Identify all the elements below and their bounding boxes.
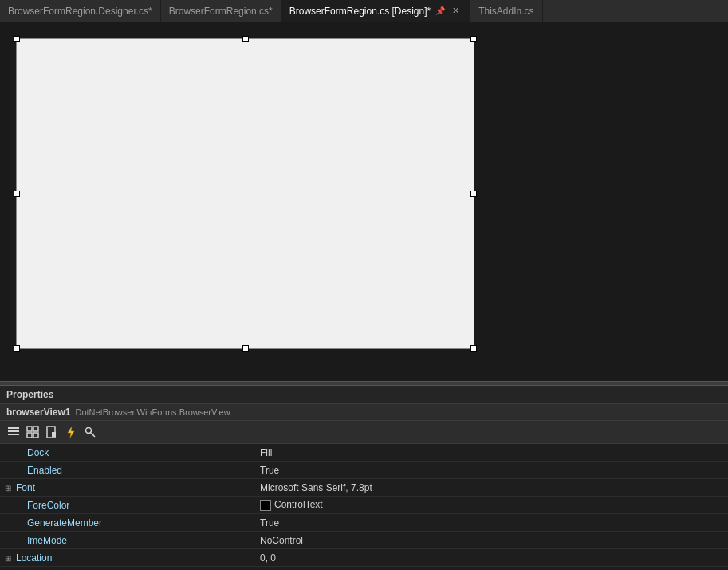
prop-name: ⊞Location: [0, 552, 255, 564]
object-type: DotNetBrowser.WinForms.BrowserView: [75, 407, 230, 417]
tab-bar: BrowserFormRegion.Designer.cs*BrowserFor…: [0, 0, 728, 22]
properties-page-icon[interactable]: [43, 423, 61, 441]
handle-top-right[interactable]: [470, 36, 477, 42]
handle-bottom-left[interactable]: [14, 345, 20, 352]
svg-rect-6: [33, 433, 38, 438]
prop-value: Microsoft Sans Serif, 7.8pt: [255, 482, 728, 493]
svg-rect-5: [27, 433, 32, 438]
pin-icon: 📌: [435, 6, 445, 15]
prop-name: ImeMode: [0, 535, 255, 546]
svg-rect-1: [8, 430, 19, 432]
categorized-icon[interactable]: [24, 423, 41, 441]
svg-rect-4: [33, 427, 38, 431]
properties-object-row: browserView1 DotNetBrowser.WinForms.Brow…: [0, 404, 728, 421]
tab-tab3[interactable]: BrowserFormRegion.cs [Design]*📌✕: [281, 0, 470, 22]
tab-tab1[interactable]: BrowserFormRegion.Designer.cs*: [0, 0, 161, 22]
prop-value: True: [255, 517, 728, 529]
svg-rect-8: [52, 432, 56, 437]
prop-value: ControlText: [255, 499, 728, 511]
tab-label: BrowserFormRegion.cs*: [169, 6, 273, 17]
handle-top-mid[interactable]: [242, 36, 249, 42]
design-area: [0, 22, 728, 381]
object-name: browserView1: [6, 407, 70, 418]
form-canvas: [16, 38, 474, 349]
prop-name: ForeColor: [0, 500, 255, 511]
prop-value: True: [255, 465, 728, 476]
key-icon[interactable]: [81, 423, 99, 441]
tab-tab4[interactable]: ThisAddIn.cs: [470, 0, 542, 22]
svg-rect-3: [27, 427, 32, 431]
table-row[interactable]: DockFill: [0, 444, 728, 462]
table-row[interactable]: ⊞Location0, 0: [0, 549, 728, 567]
table-row[interactable]: EnabledTrue: [0, 462, 728, 479]
handle-mid-left[interactable]: [14, 191, 20, 197]
properties-title: Properties: [6, 389, 53, 400]
color-swatch: [260, 500, 271, 511]
table-row[interactable]: ⊞FontMicrosoft Sans Serif, 7.8pt: [0, 479, 728, 497]
properties-toolbar: [0, 421, 728, 444]
svg-point-10: [86, 428, 92, 434]
expand-icon[interactable]: ⊞: [5, 484, 16, 493]
handle-top-left[interactable]: [14, 36, 20, 42]
alphabetical-icon[interactable]: [5, 423, 22, 441]
table-row[interactable]: ImeModeNoControl: [0, 532, 728, 549]
tab-label: ThisAddIn.cs: [478, 6, 533, 17]
table-row[interactable]: GenerateMemberTrue: [0, 514, 728, 532]
svg-rect-2: [8, 434, 19, 435]
close-tab-icon[interactable]: ✕: [450, 5, 462, 17]
properties-table: DockFillEnabledTrue⊞FontMicrosoft Sans S…: [0, 444, 728, 567]
prop-name: GenerateMember: [0, 517, 255, 529]
svg-rect-0: [8, 427, 19, 429]
handle-mid-right[interactable]: [470, 191, 477, 197]
prop-value: Fill: [255, 447, 728, 458]
tab-tab2[interactable]: BrowserFormRegion.cs*: [161, 0, 281, 22]
prop-name: Enabled: [0, 465, 255, 476]
properties-panel: Properties browserView1 DotNetBrowser.Wi…: [0, 386, 728, 570]
tab-label: BrowserFormRegion.Designer.cs*: [8, 6, 152, 17]
prop-name: ⊞Font: [0, 482, 255, 493]
events-lightning-icon[interactable]: [62, 423, 80, 441]
properties-header: Properties: [0, 386, 728, 404]
handle-bottom-mid[interactable]: [242, 345, 249, 352]
prop-name: Dock: [0, 447, 255, 458]
prop-value: 0, 0: [255, 552, 728, 564]
expand-icon[interactable]: ⊞: [5, 554, 16, 563]
tab-label: BrowserFormRegion.cs [Design]*: [289, 6, 431, 17]
table-row[interactable]: ForeColorControlText: [0, 497, 728, 514]
svg-marker-9: [68, 427, 74, 438]
handle-bottom-right[interactable]: [470, 345, 477, 352]
prop-value: NoControl: [255, 535, 728, 546]
